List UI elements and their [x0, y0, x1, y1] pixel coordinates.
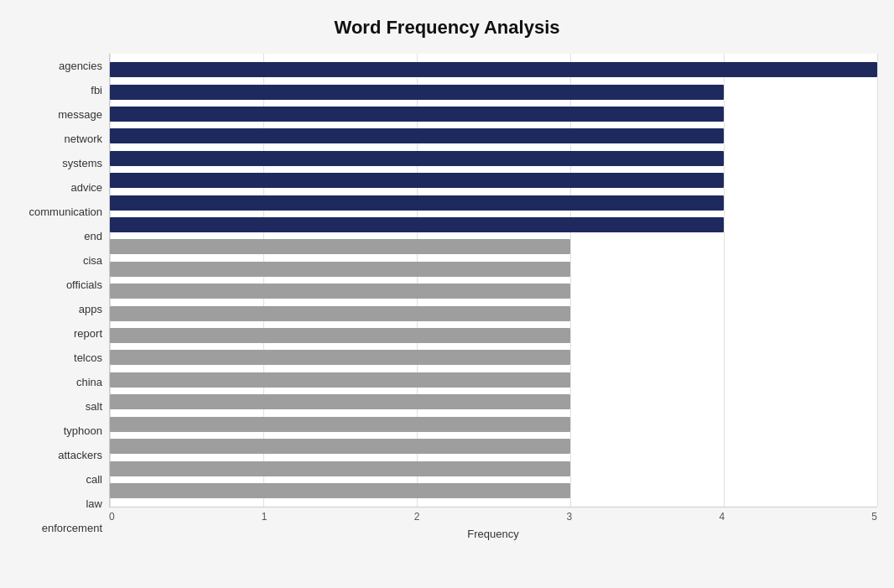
chart-container: Word Frequency Analysis agenciesfbimessa…	[0, 0, 894, 588]
bar	[110, 239, 570, 254]
x-tick: 2	[414, 511, 420, 523]
bar	[110, 417, 570, 432]
bar-row	[110, 394, 877, 409]
y-label: fbi	[17, 81, 102, 101]
y-labels: agenciesfbimessagenetworksystemsadviceco…	[17, 54, 109, 540]
x-tick: 4	[719, 511, 725, 523]
y-label: salt	[17, 397, 102, 417]
bar	[110, 350, 570, 365]
y-label: systems	[17, 154, 102, 174]
bar	[110, 328, 570, 343]
y-label: officials	[17, 275, 102, 295]
bar	[110, 217, 724, 232]
bars-wrapper	[110, 54, 877, 507]
y-label: enforcement	[17, 518, 102, 539]
bar	[110, 306, 570, 321]
y-label: advice	[17, 178, 102, 198]
y-label: typhoon	[17, 421, 102, 441]
bar-row	[110, 350, 877, 365]
bar-row	[110, 328, 877, 343]
bar-row	[110, 284, 877, 299]
bar	[110, 372, 570, 388]
bar-row	[110, 439, 877, 454]
bar	[110, 62, 877, 77]
bar-row	[110, 62, 877, 77]
bar-row	[110, 262, 877, 277]
y-label: attackers	[17, 445, 102, 466]
y-label: report	[17, 324, 102, 344]
bar	[110, 439, 570, 454]
y-label: end	[17, 226, 102, 247]
bar	[110, 107, 724, 122]
y-label: apps	[17, 299, 102, 320]
bar	[110, 461, 570, 476]
y-label: law	[17, 494, 102, 514]
x-axis: 012345	[109, 507, 877, 523]
bar	[110, 262, 570, 277]
chart-title: Word Frequency Analysis	[17, 17, 877, 39]
bars-and-x: 012345 Frequency	[109, 54, 877, 540]
x-tick: 1	[262, 511, 268, 523]
bar	[110, 394, 570, 409]
x-axis-label: Frequency	[109, 528, 877, 540]
bar-row	[110, 195, 877, 210]
bar-row	[110, 128, 877, 143]
bar-row	[110, 372, 877, 388]
bar-row	[110, 483, 877, 498]
bar-row	[110, 107, 877, 122]
y-label: telcos	[17, 348, 102, 368]
bar-row	[110, 173, 877, 188]
x-tick: 3	[567, 511, 573, 523]
bar	[110, 173, 724, 188]
x-tick: 5	[871, 511, 877, 523]
y-label: call	[17, 470, 102, 490]
bar	[110, 151, 724, 166]
bar-row	[110, 417, 877, 432]
bar	[110, 128, 724, 143]
bar	[110, 195, 724, 211]
bar-row	[110, 239, 877, 254]
y-label: message	[17, 105, 102, 125]
y-label: china	[17, 372, 102, 393]
bar-row	[110, 217, 877, 232]
x-tick: 0	[109, 511, 115, 523]
chart-area: agenciesfbimessagenetworksystemsadviceco…	[17, 54, 877, 540]
bar	[110, 483, 570, 498]
y-label: network	[17, 129, 102, 149]
grid-line	[877, 54, 878, 507]
bar	[110, 284, 570, 299]
y-label: cisa	[17, 251, 102, 271]
bar-row	[110, 84, 877, 99]
bar-row	[110, 461, 877, 476]
bars-area	[109, 54, 877, 507]
y-label: agencies	[17, 56, 102, 76]
bar-row	[110, 305, 877, 320]
y-label: communication	[17, 202, 102, 222]
bar-row	[110, 151, 877, 166]
bar	[110, 85, 724, 100]
